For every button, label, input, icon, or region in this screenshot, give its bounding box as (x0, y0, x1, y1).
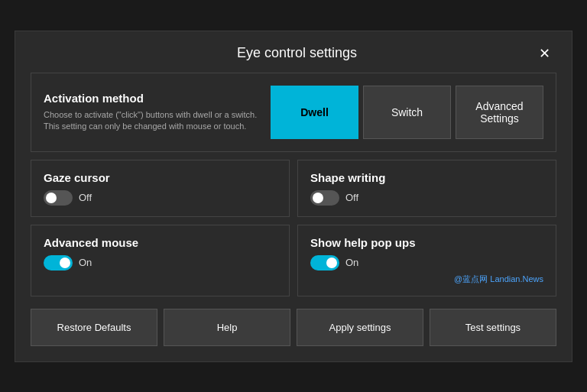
eye-control-dialog: Eye control settings ✕ Activation method… (15, 31, 572, 362)
dialog-title: Eye control settings (61, 45, 533, 61)
shape-writing-title: Shape writing (310, 171, 543, 184)
gaze-cursor-toggle[interactable] (44, 190, 73, 206)
restore-defaults-button[interactable]: Restore Defaults (31, 309, 157, 346)
help-button[interactable]: Help (164, 309, 290, 346)
advanced-mouse-title: Advanced mouse (44, 236, 277, 249)
advanced-mouse-toggle-label: On (79, 257, 92, 268)
close-button[interactable]: ✕ (533, 44, 556, 63)
activation-info: Activation method Choose to activate ("c… (44, 92, 271, 133)
advanced-mouse-toggle[interactable] (44, 255, 73, 271)
advanced-mouse-card: Advanced mouse On (31, 225, 290, 296)
test-settings-button[interactable]: Test settings (430, 309, 556, 346)
gaze-cursor-toggle-label: Off (79, 192, 92, 203)
dialog-content: Activation method Choose to activate ("c… (15, 73, 572, 296)
dialog-header: Eye control settings ✕ (15, 31, 572, 73)
show-help-card: Show help pop ups On @蓝点网 Landian.News (297, 225, 556, 296)
footer: Restore Defaults Help Apply settings Tes… (15, 296, 572, 346)
switch-button[interactable]: Switch (363, 86, 451, 139)
activation-heading: Activation method (44, 92, 271, 105)
shape-writing-toggle[interactable] (310, 190, 339, 206)
shape-writing-card: Shape writing Off (297, 160, 556, 217)
activation-method-section: Activation method Choose to activate ("c… (31, 73, 556, 152)
dwell-button[interactable]: Dwell (271, 86, 358, 139)
show-help-toggle-label: On (345, 257, 358, 268)
shape-writing-toggle-row: Off (310, 190, 543, 206)
gaze-cursor-card: Gaze cursor Off (31, 160, 290, 217)
advanced-settings-button[interactable]: Advanced Settings (456, 86, 543, 139)
show-help-toggle[interactable] (310, 255, 339, 271)
gaze-cursor-toggle-row: Off (44, 190, 277, 206)
shape-writing-toggle-label: Off (345, 192, 358, 203)
show-help-toggle-row: On (310, 255, 543, 271)
advanced-mouse-toggle-row: On (44, 255, 277, 271)
show-help-title: Show help pop ups (310, 236, 543, 249)
gaze-cursor-title: Gaze cursor (44, 171, 277, 184)
activation-buttons-group: Dwell Switch Advanced Settings (271, 86, 543, 139)
watermark: @蓝点网 Landian.News (310, 274, 543, 285)
apply-settings-button[interactable]: Apply settings (297, 309, 423, 346)
settings-grid: Gaze cursor Off Shape writing Off Advanc… (31, 160, 556, 296)
activation-description: Choose to activate ("click") buttons wit… (44, 109, 271, 133)
